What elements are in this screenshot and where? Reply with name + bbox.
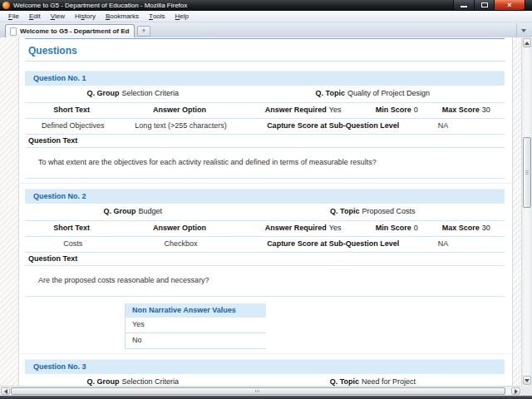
menu-bookmarks[interactable]: Bookmarks <box>101 11 144 22</box>
group-topic-row: Q. GroupSelection Criteria Q. TopicNeed … <box>25 374 505 386</box>
question-group: Q. GroupSelection Criteria <box>25 377 241 386</box>
maximize-button[interactable] <box>474 0 495 11</box>
tab-title: Welcome to G5 - Department of Edu... <box>20 27 130 35</box>
arrow-right-icon <box>515 389 518 394</box>
new-tab-button[interactable]: + <box>137 26 150 37</box>
horizontal-scrollbar[interactable] <box>0 386 521 396</box>
arrow-up-icon <box>525 42 530 45</box>
max-score-cell: Max Score30 <box>428 224 505 233</box>
maximize-icon <box>481 2 488 7</box>
question-topic: Q. TopicNeed for Project <box>241 377 505 386</box>
menu-file[interactable]: File <box>3 11 24 22</box>
menu-edit[interactable]: Edit <box>24 11 46 22</box>
scroll-left-button[interactable] <box>1 387 10 395</box>
menu-view[interactable]: View <box>46 11 70 22</box>
values-row: Defined Objectives Long text (>255 chara… <box>25 119 505 135</box>
answer-required-cell: Answer RequiredYes <box>241 224 366 233</box>
question-text-label: Question Text <box>25 253 505 266</box>
short-text-value: Costs <box>25 239 121 249</box>
list-all-tabs-button[interactable] <box>516 23 530 37</box>
window-controls: × <box>453 0 525 11</box>
page-favicon-icon <box>10 27 17 36</box>
max-score-cell: Max Score30 <box>428 106 505 115</box>
tab-welcome-to-g5[interactable]: Welcome to G5 - Department of Edu... <box>5 24 135 37</box>
menu-tools[interactable]: Tools <box>144 11 170 22</box>
page-content: Questions Question No. 1 Q. GroupSelecti… <box>18 37 513 386</box>
capture-score-label: Capture Score at Sub-Question Level <box>241 239 428 249</box>
short-text-header: Short Text <box>25 224 121 233</box>
window-title: Welcome to G5 - Department of Education … <box>13 0 187 11</box>
column-header-row: Short Text Answer Option Answer Required… <box>25 221 505 237</box>
scrollbar-corner <box>521 386 532 396</box>
question-topic: Q. TopicQuality of Project Design <box>241 89 505 98</box>
chevron-down-icon <box>521 29 526 32</box>
minimize-icon <box>461 6 467 7</box>
menu-bar: File Edit View History Bookmarks Tools H… <box>0 11 532 22</box>
vertical-scroll-thumb[interactable] <box>523 137 531 208</box>
non-narrative-value: Yes <box>126 318 266 333</box>
answer-option-header: Answer Option <box>121 106 240 115</box>
values-row: Costs Checkbox Capture Score at Sub-Ques… <box>25 237 505 253</box>
question-header: Question No. 3 <box>25 359 505 374</box>
group-topic-row: Q. GroupSelection Criteria Q. TopicQuali… <box>25 86 505 103</box>
scroll-grip-icon <box>255 390 260 392</box>
scroll-right-button[interactable] <box>511 387 520 395</box>
arrow-left-icon <box>4 389 7 394</box>
heading-divider <box>25 61 505 62</box>
question-topic: Q. TopicProposed Costs <box>241 207 505 216</box>
question-group: Q. GroupBudget <box>25 207 241 216</box>
answer-required-cell: Answer RequiredYes <box>241 106 366 115</box>
question-header: Question No. 1 <box>25 71 505 86</box>
vertical-scrollbar[interactable] <box>521 37 532 386</box>
capture-score-value: NA <box>428 121 505 131</box>
question-section-1: Question No. 1 Q. GroupSelection Criteri… <box>25 71 505 179</box>
tab-bar: Welcome to G5 - Department of Edu... + <box>0 22 532 37</box>
question-text: To what extent are the objectives for ea… <box>25 148 505 179</box>
capture-score-label: Capture Score at Sub-Question Level <box>241 121 428 131</box>
question-section-3: Question No. 3 Q. GroupSelection Criteri… <box>25 359 505 386</box>
section-divider <box>19 183 512 184</box>
firefox-icon <box>2 2 10 9</box>
question-text-label: Question Text <box>25 135 505 148</box>
non-narrative-header: Non Narrative Answer Values <box>126 303 266 318</box>
scroll-up-button[interactable] <box>523 38 531 47</box>
menu-history[interactable]: History <box>70 11 101 22</box>
min-score-cell: Min Score0 <box>366 106 428 115</box>
capture-score-value: NA <box>428 239 505 249</box>
question-section-2: Question No. 2 Q. GroupBudget Q. TopicPr… <box>25 189 505 349</box>
answer-option-header: Answer Option <box>121 224 240 233</box>
arrow-down-icon <box>525 379 530 382</box>
page-title: Questions <box>28 45 501 57</box>
taskbar-edge <box>0 396 532 399</box>
close-button[interactable]: × <box>494 0 525 11</box>
question-group: Q. GroupSelection Criteria <box>25 89 241 98</box>
section-divider <box>19 353 512 354</box>
scroll-grip-icon <box>525 170 529 175</box>
question-text: Are the proposed costs reasonable and ne… <box>25 266 505 297</box>
question-header: Question No. 2 <box>25 189 505 204</box>
horizontal-scroll-thumb[interactable] <box>11 387 505 395</box>
column-header-row: Short Text Answer Option Answer Required… <box>25 103 505 119</box>
short-text-value: Defined Objectives <box>25 121 121 131</box>
min-score-cell: Min Score0 <box>366 224 428 233</box>
group-topic-row: Q. GroupBudget Q. TopicProposed Costs <box>25 204 505 221</box>
window-titlebar[interactable]: Welcome to G5 - Department of Education … <box>0 0 532 11</box>
short-text-header: Short Text <box>25 106 121 115</box>
scroll-down-button[interactable] <box>523 376 531 385</box>
browser-viewport: Questions Question No. 1 Q. GroupSelecti… <box>0 37 521 386</box>
non-narrative-value: No <box>126 333 266 349</box>
close-icon: × <box>507 1 511 10</box>
minimize-button[interactable] <box>453 0 475 11</box>
answer-option-value: Long text (>255 characters) <box>121 121 240 131</box>
top-divider <box>25 38 505 39</box>
menu-help[interactable]: Help <box>170 11 194 22</box>
answer-option-value: Checkbox <box>121 239 240 249</box>
non-narrative-panel: Non Narrative Answer Values Yes No <box>125 303 266 349</box>
